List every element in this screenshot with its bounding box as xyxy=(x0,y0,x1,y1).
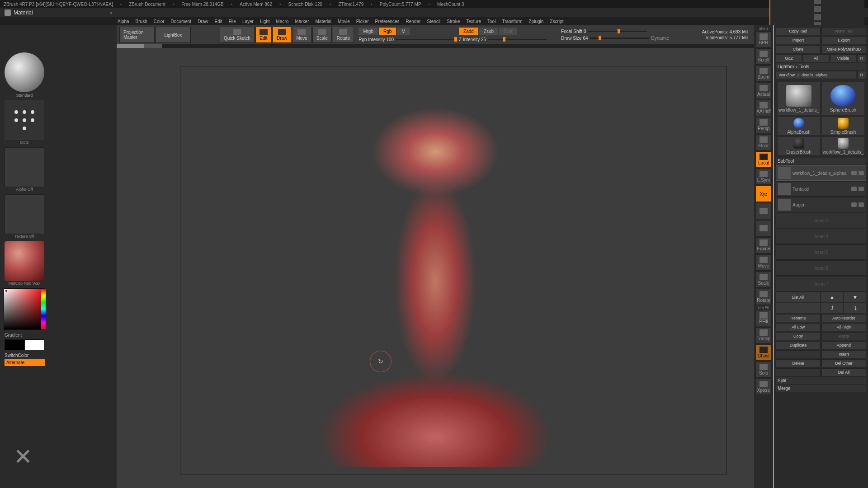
rgb-intensity-slider[interactable]: Rgb Intensity 100 xyxy=(359,37,454,42)
menu-draw[interactable]: Draw xyxy=(198,19,208,24)
menu-alpha[interactable]: Alpha xyxy=(118,19,129,24)
paint-toggle-icon[interactable] xyxy=(859,187,864,191)
menu-transform[interactable]: Transform xyxy=(502,19,522,24)
edit-button[interactable]: Edit xyxy=(255,27,272,43)
subtool-empty-0[interactable]: Insert 3 xyxy=(776,213,866,228)
menu-zscript[interactable]: Zscript xyxy=(550,19,563,24)
vis-toggle-icon[interactable] xyxy=(851,202,857,207)
floor-button[interactable]: Floor xyxy=(755,134,772,150)
color-picker[interactable] xyxy=(4,288,45,330)
lightbox-tools-header[interactable]: Lightbox › Tools xyxy=(776,63,866,70)
spix-label[interactable]: SPix 3 xyxy=(759,27,768,30)
import-button[interactable]: Import xyxy=(776,36,821,44)
rename-button[interactable]: Rename xyxy=(776,314,821,322)
menu-light[interactable]: Light xyxy=(260,19,270,24)
menu-picker[interactable]: Picker xyxy=(356,19,369,24)
goz-button[interactable]: GoZ xyxy=(776,54,802,62)
subtool-empty-1[interactable]: Insert 4 xyxy=(776,229,866,244)
move-button[interactable]: Move xyxy=(292,27,311,43)
goz-r-button[interactable]: R xyxy=(857,54,866,62)
menu-zplugin[interactable]: Zplugin xyxy=(529,19,544,24)
move-view-button[interactable]: Move xyxy=(755,254,772,271)
menu-edit[interactable]: Edit xyxy=(215,19,222,24)
rotate-view-button[interactable]: Rotate xyxy=(755,289,772,305)
lsym-button[interactable]: L.Sym xyxy=(755,169,772,185)
nav-button-2[interactable] xyxy=(755,220,772,236)
subtool-row-0[interactable]: workflow_1_details_alphas xyxy=(776,165,866,181)
menu-render[interactable]: Render xyxy=(406,19,421,24)
tool-r-button[interactable]: R xyxy=(857,71,866,79)
tool-thumb-3[interactable]: SimpleBrush xyxy=(822,117,864,135)
sculpt-mesh[interactable] xyxy=(304,96,566,467)
aahalf-button[interactable]: AAHalf xyxy=(755,100,772,116)
gradient-label[interactable]: Gradient xyxy=(5,333,22,338)
goz-all-button[interactable]: All xyxy=(803,54,829,62)
paste-tool-button[interactable]: Paste Tool xyxy=(821,27,866,35)
actual-button[interactable]: Actual xyxy=(755,83,772,99)
paste-button[interactable]: Paste xyxy=(821,332,866,340)
scale-button[interactable]: Scale xyxy=(312,27,332,43)
duplicate-button[interactable]: Duplicate xyxy=(776,341,821,349)
menu-texture[interactable]: Texture xyxy=(466,19,481,24)
tool-filename[interactable]: workflow_1_details_alphas. xyxy=(776,71,856,79)
bpr-button[interactable]: BPR xyxy=(755,31,772,47)
clone-button[interactable]: Clone xyxy=(776,45,821,53)
subtool-empty-2[interactable]: Insert 5 xyxy=(776,244,866,260)
m-toggle[interactable]: M xyxy=(397,28,410,35)
menu-layer[interactable]: Layer xyxy=(242,19,254,24)
white-swatch[interactable] xyxy=(24,339,44,350)
zadd-toggle[interactable]: Zadd xyxy=(459,28,478,35)
draw-size-slider[interactable]: Draw Size 64 Dynamic xyxy=(561,36,669,41)
mrgb-toggle[interactable]: Mrgb xyxy=(359,28,378,35)
menu-marker[interactable]: Marker xyxy=(295,19,309,24)
persp-button[interactable]: Persp xyxy=(755,117,772,133)
color-marker[interactable] xyxy=(5,290,8,292)
export-button[interactable]: Export xyxy=(821,36,866,44)
make-polymesh-button[interactable]: Make PolyMesh3D xyxy=(821,45,866,53)
all-high-button[interactable]: All High xyxy=(821,323,866,331)
switchcolor-button[interactable]: SwitchColor xyxy=(5,353,28,358)
zcut-toggle[interactable]: Zcut xyxy=(499,28,517,35)
move-up-button[interactable]: ⤴ xyxy=(821,303,843,313)
layout-icon-1[interactable] xyxy=(814,0,821,4)
hue-strip[interactable] xyxy=(41,289,46,329)
nav-down-button[interactable]: ▼ xyxy=(844,292,866,302)
nav-button-1[interactable] xyxy=(755,203,772,219)
layout-icon-2[interactable] xyxy=(814,6,821,12)
scroll-button[interactable]: Scroll xyxy=(755,48,772,65)
alternate-button[interactable]: Alternate xyxy=(5,359,45,366)
tool-thumb-2[interactable]: AlphaBrush xyxy=(778,117,820,135)
paint-toggle-icon[interactable] xyxy=(859,171,864,175)
vis-toggle-icon[interactable] xyxy=(851,171,857,175)
menu-file[interactable]: File xyxy=(229,19,236,24)
tool-thumb-0[interactable]: workflow_1_details_ xyxy=(778,82,820,115)
del-all-button[interactable]: Del All xyxy=(821,368,866,376)
copy-button[interactable]: Copy xyxy=(776,332,821,340)
subtool-header[interactable]: SubTool xyxy=(776,158,866,164)
focal-shift-slider[interactable]: Focal Shift 0 xyxy=(561,29,669,34)
copy-tool-button[interactable]: Copy Tool xyxy=(776,27,821,35)
rotate-button[interactable]: Rotate xyxy=(333,27,354,43)
paint-toggle-icon[interactable] xyxy=(859,202,864,207)
merge-header[interactable]: Merge xyxy=(776,385,866,392)
tool-thumb-1[interactable]: SphereBrush xyxy=(822,82,864,115)
pfill-button[interactable]: PFill xyxy=(755,310,772,326)
insert-button[interactable]: Insert xyxy=(821,350,866,358)
quicksketch-button[interactable]: Quick Sketch xyxy=(220,27,255,43)
zoom-button[interactable]: Zoom xyxy=(755,66,772,82)
delete-button[interactable]: Delete xyxy=(776,359,821,367)
material-slot[interactable] xyxy=(5,241,44,281)
subtool-row-1[interactable]: Tentakel xyxy=(776,181,866,197)
solo-button[interactable]: Solo xyxy=(755,361,772,378)
append-button[interactable]: Append xyxy=(821,341,866,349)
autoreorder-button[interactable]: AutoReorder xyxy=(821,314,866,322)
menu-movie[interactable]: Movie xyxy=(338,19,350,24)
menu-stroke[interactable]: Stroke xyxy=(447,19,460,24)
layout-icon-3[interactable] xyxy=(814,14,821,20)
draw-button[interactable]: Draw xyxy=(273,27,291,43)
scale-view-button[interactable]: Scale xyxy=(755,272,772,288)
history-strip[interactable] xyxy=(117,44,754,48)
subtool-empty-3[interactable]: Insert 6 xyxy=(776,260,866,276)
list-all-button[interactable]: List All xyxy=(776,292,820,302)
xpose-button[interactable]: Xpose xyxy=(755,379,772,395)
